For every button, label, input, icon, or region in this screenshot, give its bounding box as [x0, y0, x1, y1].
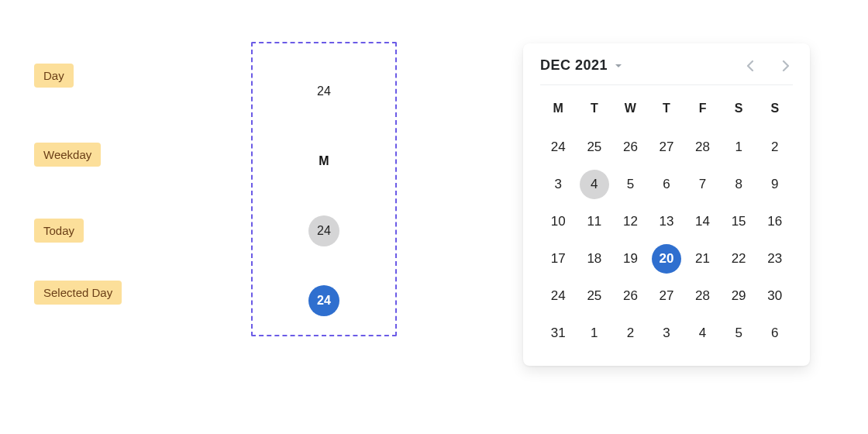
sample-today-cell: 24 [308, 215, 339, 246]
sample-weekday-cell: M [308, 146, 339, 177]
sample-weekday-value: M [319, 154, 329, 168]
calendar-cell: 27 [649, 132, 685, 163]
calendar-day[interactable]: 13 [652, 207, 681, 236]
calendar-header: DEC 2021 [540, 57, 793, 85]
month-label: DEC 2021 [540, 57, 608, 74]
stage: Day Weekday Today Selected Day 24 M 24 2… [0, 0, 868, 434]
calendar-cell: 22 [721, 243, 757, 274]
calendar-cell: 13 [649, 206, 685, 237]
month-nav [743, 58, 793, 74]
calendar-cell: 9 [756, 169, 793, 200]
calendar-day[interactable]: 1 [580, 319, 609, 348]
calendar-cell: 21 [684, 243, 721, 274]
calendar-cell: 3 [649, 318, 685, 349]
calendar-day[interactable]: 27 [652, 133, 681, 162]
calendar-cell: 24 [540, 281, 577, 312]
calendar-cell: 6 [649, 169, 685, 200]
calendar-cell: 15 [721, 206, 757, 237]
calendar-cell: 17 [540, 243, 577, 274]
calendar-day[interactable]: 12 [615, 207, 645, 236]
calendar-day[interactable]: 27 [652, 281, 681, 311]
calendar-cell: 5 [612, 169, 649, 200]
sample-day-value: 24 [317, 84, 331, 98]
weekday-header: T [577, 96, 613, 121]
calendar-day[interactable]: 3 [543, 170, 573, 199]
calendar-cell: 1 [577, 318, 613, 349]
calendar-day[interactable]: 20 [652, 244, 681, 274]
calendar-day[interactable]: 29 [724, 281, 753, 311]
caret-down-icon [614, 61, 623, 71]
calendar-day[interactable]: 3 [652, 319, 681, 348]
calendar-cell: 2 [612, 318, 649, 349]
calendar-cell: 19 [612, 243, 649, 274]
calendar-cell: 4 [684, 318, 721, 349]
legend-chip-day: Day [34, 64, 74, 88]
calendar-cell: 7 [684, 169, 721, 200]
weekday-header: F [684, 96, 721, 121]
calendar-cell: 28 [684, 281, 721, 312]
calendar-cell: 26 [612, 132, 649, 163]
calendar-day[interactable]: 24 [543, 281, 573, 311]
calendar-day[interactable]: 2 [615, 319, 645, 348]
calendar-day[interactable]: 9 [760, 170, 790, 199]
calendar-cell: 12 [612, 206, 649, 237]
calendar-day[interactable]: 19 [615, 244, 645, 274]
calendar-day[interactable]: 6 [760, 319, 790, 348]
calendar-day[interactable]: 25 [580, 133, 609, 162]
calendar-day[interactable]: 14 [688, 207, 718, 236]
calendar-cell: 11 [577, 206, 613, 237]
calendar-cell: 25 [577, 132, 613, 163]
prev-month-button[interactable] [743, 58, 759, 74]
calendar-day[interactable]: 26 [615, 133, 645, 162]
calendar-day[interactable]: 28 [688, 281, 718, 311]
calendar-day[interactable]: 6 [652, 170, 681, 199]
calendar-cell: 28 [684, 132, 721, 163]
legend-chip-day-label: Day [43, 69, 64, 82]
calendar-day[interactable]: 25 [580, 281, 609, 311]
calendar-day[interactable]: 24 [543, 133, 573, 162]
month-select-button[interactable]: DEC 2021 [540, 57, 623, 74]
calendar-day[interactable]: 11 [580, 207, 609, 236]
calendar-day[interactable]: 4 [688, 319, 718, 348]
calendar-cell: 29 [721, 281, 757, 312]
calendar-cell: 30 [756, 281, 793, 312]
calendar-day[interactable]: 21 [688, 244, 718, 274]
calendar-day[interactable]: 10 [543, 207, 573, 236]
weekday-header: T [649, 96, 685, 121]
calendar-day[interactable]: 31 [543, 319, 573, 348]
next-month-button[interactable] [777, 58, 793, 74]
legend-chip-today-label: Today [43, 224, 74, 237]
weekday-header-row: MTWTFSS [540, 96, 793, 121]
calendar-day[interactable]: 5 [724, 319, 753, 348]
calendar-cell: 3 [540, 169, 577, 200]
legend-chip-weekday: Weekday [34, 143, 101, 167]
calendar-day[interactable]: 7 [688, 170, 718, 199]
sample-selected-cell: 24 [308, 285, 339, 316]
legend-chip-selected-label: Selected Day [43, 286, 112, 299]
calendar-day[interactable]: 8 [724, 170, 753, 199]
calendar-cell: 24 [540, 132, 577, 163]
calendar-cell: 16 [756, 206, 793, 237]
calendar-day[interactable]: 23 [760, 244, 790, 274]
chevron-left-icon [746, 60, 756, 71]
calendar-cell: 4 [577, 169, 613, 200]
calendar-day[interactable]: 2 [760, 133, 790, 162]
calendar-day[interactable]: 5 [615, 170, 645, 199]
sample-day-cell: 24 [308, 76, 339, 107]
weekday-header: M [540, 96, 577, 121]
calendar-cell: 20 [649, 243, 685, 274]
calendar-cell: 23 [756, 243, 793, 274]
calendar-cell: 8 [721, 169, 757, 200]
legend-chip-today: Today [34, 219, 84, 243]
calendar-day[interactable]: 30 [760, 281, 790, 311]
calendar-day[interactable]: 28 [688, 133, 718, 162]
weekday-header: W [612, 96, 649, 121]
calendar-day[interactable]: 1 [724, 133, 753, 162]
calendar-day[interactable]: 15 [724, 207, 753, 236]
calendar-day[interactable]: 18 [580, 244, 609, 274]
calendar-day[interactable]: 22 [724, 244, 753, 274]
calendar-day[interactable]: 16 [760, 207, 790, 236]
calendar-day[interactable]: 26 [615, 281, 645, 311]
calendar-day[interactable]: 4 [580, 170, 609, 199]
calendar-day[interactable]: 17 [543, 244, 573, 274]
